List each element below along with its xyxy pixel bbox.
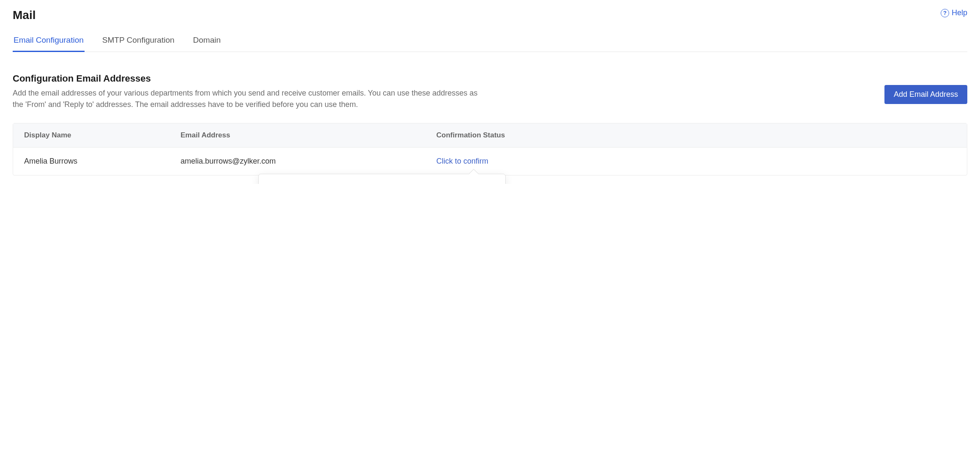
col-header-display-name: Display Name xyxy=(24,131,181,140)
click-to-confirm-link[interactable]: Click to confirm xyxy=(436,157,488,165)
table-row: Amelia Burrows amelia.burrows@zylker.com… xyxy=(13,148,967,175)
email-table: Display Name Email Address Confirmation … xyxy=(13,123,967,175)
col-header-email-address: Email Address xyxy=(181,131,436,140)
table-header: Display Name Email Address Confirmation … xyxy=(13,123,967,148)
section-heading: Configuration Email Addresses xyxy=(13,73,478,84)
tab-email-configuration[interactable]: Email Configuration xyxy=(13,30,85,52)
tabs: Email Configuration SMTP Configuration D… xyxy=(13,30,967,52)
page-title: Mail xyxy=(13,8,36,22)
col-header-confirmation-status: Confirmation Status xyxy=(436,131,956,140)
confirmation-popover: Confirmation code sent to amelia.burrows… xyxy=(258,174,506,184)
tab-smtp-configuration[interactable]: SMTP Configuration xyxy=(101,30,175,52)
cell-email-address: amelia.burrows@zylker.com xyxy=(181,157,436,166)
help-label: Help xyxy=(952,8,967,17)
tab-domain[interactable]: Domain xyxy=(192,30,222,52)
cell-display-name: Amelia Burrows xyxy=(24,157,181,166)
help-icon: ? xyxy=(941,9,949,17)
help-link[interactable]: ? Help xyxy=(941,8,967,17)
section-description: Add the email addresses of your various … xyxy=(13,88,478,110)
add-email-address-button[interactable]: Add Email Address xyxy=(884,85,967,104)
